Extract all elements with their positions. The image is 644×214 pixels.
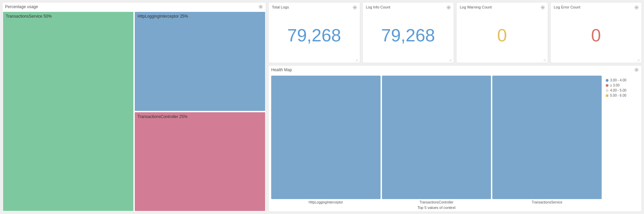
log-info-gear-icon[interactable]	[446, 5, 451, 10]
hm-bar-http	[271, 76, 381, 199]
legend-item-2: ≥ 3.00	[606, 83, 638, 87]
legend-item-3: 4.00 - 5.00	[606, 89, 638, 92]
svg-point-4	[636, 7, 637, 8]
hm-bars: HttpLoggingInterceptor TransactionsContr…	[271, 76, 602, 204]
log-warning-count-card: Log Warning Count 0 ⊿	[456, 2, 548, 63]
svg-point-3	[542, 7, 543, 8]
resize-handle-3: ⊿	[543, 58, 546, 61]
legend-label-1: 3.00 - 4.00	[610, 78, 626, 82]
hm-bar-tc	[382, 76, 491, 199]
right-panel: Total Logs 79,268 ⊿ Log Info Count 79,26…	[268, 2, 642, 212]
hm-bar-group-3: TransactionsService	[492, 76, 602, 204]
legend-dot-red	[606, 84, 608, 87]
log-warning-count-title: Log Warning Count	[460, 5, 544, 9]
log-error-gear-icon[interactable]	[634, 5, 639, 10]
health-map-chart: HttpLoggingInterceptor TransactionsContr…	[271, 76, 602, 210]
stats-row: Total Logs 79,268 ⊿ Log Info Count 79,26…	[268, 2, 642, 63]
gear-icon[interactable]	[258, 4, 263, 9]
log-warning-count-value: 0	[460, 11, 544, 60]
svg-point-1	[354, 7, 355, 8]
total-logs-value: 79,268	[272, 11, 357, 60]
total-logs-card: Total Logs 79,268 ⊿	[268, 2, 360, 63]
hm-bar-group-2: TransactionsController	[382, 76, 491, 204]
resize-handle-2: ⊿	[449, 58, 452, 61]
hm-bar-ts	[492, 76, 602, 199]
total-logs-gear-icon[interactable]	[352, 5, 357, 10]
legend-dot-yellow	[606, 94, 608, 97]
hm-bar-label-ts: TransactionsService	[532, 200, 562, 204]
treemap-cell-http-logging[interactable]: HttpLoggingInterceptor 25%	[134, 11, 266, 112]
treemap: TransactionsService 50% HttpLoggingInter…	[2, 11, 266, 212]
treemap-cell-transactions-controller[interactable]: TransactionsController 25%	[134, 112, 266, 212]
hm-bar-group-1: HttpLoggingInterceptor	[271, 76, 381, 204]
total-logs-title: Total Logs	[272, 5, 357, 9]
log-info-count-card: Log Info Count 79,268 ⊿	[362, 2, 454, 63]
percentage-usage-panel: Percentage usage TransactionsService 50%…	[2, 2, 266, 212]
health-map-gear-icon[interactable]	[634, 67, 639, 72]
legend-item-4: 5.00 - 6.00	[606, 94, 638, 97]
health-map-legend: 3.00 - 4.00 ≥ 3.00 4.00 - 5.00 5.00 - 6.…	[603, 76, 640, 210]
log-error-count-title: Log Error Count	[554, 5, 639, 9]
legend-label-3: 4.00 - 5.00	[610, 89, 626, 92]
legend-dot-blue	[606, 79, 608, 82]
svg-point-2	[448, 7, 449, 8]
legend-dot-light	[606, 89, 608, 92]
svg-point-5	[636, 69, 637, 71]
resize-handle: ⊿	[355, 58, 359, 61]
hm-bar-label-http: HttpLoggingInterceptor	[308, 200, 343, 204]
health-map-panel: Health Map HttpLoggingInterceptor	[268, 65, 642, 212]
legend-label-4: 5.00 - 6.00	[610, 94, 626, 97]
log-warning-gear-icon[interactable]	[540, 5, 545, 10]
panel-title: Percentage usage	[5, 4, 38, 9]
dashboard: Percentage usage TransactionsService 50%…	[0, 0, 644, 214]
health-map-title: Health Map	[271, 67, 292, 72]
svg-point-0	[260, 6, 261, 7]
log-error-count-value: 0	[554, 11, 639, 60]
treemap-cell-transactions-service[interactable]: TransactionsService 50%	[2, 11, 134, 212]
panel-header: Percentage usage	[2, 2, 266, 11]
legend-label-2: ≥ 3.00	[610, 83, 620, 87]
hm-bar-label-tc: TransactionsController	[420, 200, 453, 204]
log-info-count-value: 79,268	[366, 11, 451, 60]
legend-item-1: 3.00 - 4.00	[606, 78, 638, 82]
hm-footer: Top 5 values of context	[271, 204, 602, 210]
health-map-header: Health Map	[269, 65, 642, 74]
log-error-count-card: Log Error Count 0 ⊿	[550, 2, 642, 63]
resize-handle-4: ⊿	[637, 58, 640, 61]
health-map-content: HttpLoggingInterceptor TransactionsContr…	[269, 74, 642, 212]
log-info-count-title: Log Info Count	[366, 5, 451, 9]
